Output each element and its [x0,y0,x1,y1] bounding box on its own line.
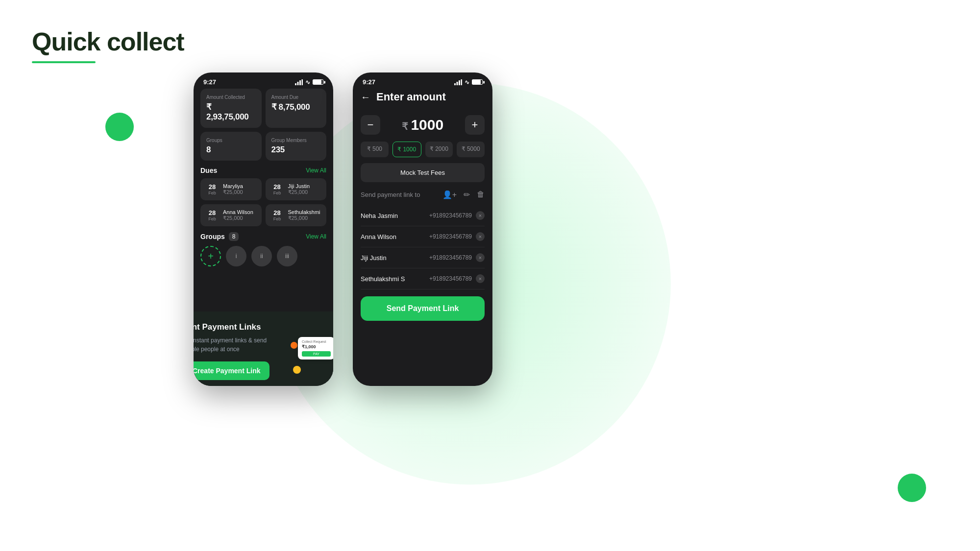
amount-chip-2000[interactable]: ₹ 2000 [425,142,453,157]
delete-icon[interactable]: 🗑 [477,190,485,199]
members-card: Group Members 235 [266,132,327,161]
due-card-2: 28 Feb Anna Wilson ₹25,000 [200,204,262,226]
date-month-0: Feb [205,191,219,195]
back-header: ← Enter amount [361,89,485,103]
svg-rect-7 [461,79,463,85]
due-amount-3: ₹25,000 [288,215,322,221]
send-payment-button[interactable]: Send Payment Link [361,296,485,321]
amount-input-row: − ₹ 1000 + [361,115,485,135]
amount-due-label: Amount Due [271,95,321,100]
contact-row-0: Neha Jasmin +918923456789 × [361,205,485,226]
contact-phone-row-2: +918923456789 × [429,253,485,262]
phone2-content: ← Enter amount − ₹ 1000 + ₹ 500 ₹ 1000 ₹… [353,89,492,321]
date-month-3: Feb [270,216,284,221]
amount-due-card: Amount Due ₹ 8,75,000 [266,89,327,128]
svg-rect-1 [297,82,299,85]
members-value: 235 [271,145,321,155]
enter-amount-title: Enter amount [376,91,446,103]
members-label: Group Members [271,138,321,143]
status-bar-phone1: 9:27 ∿ [194,72,333,89]
contact-row-2: Jiji Justin +918923456789 × [361,247,485,268]
back-arrow-icon[interactable]: ← [361,92,370,103]
payment-illustration: ➤ Collect Request ₹1,000 PAY [293,327,333,376]
edit-icon[interactable]: ✏ [464,190,470,199]
due-card-1: 28 Feb Jiji Justin ₹25,000 [266,178,327,200]
group-icon-ii[interactable]: ii [251,246,272,266]
contact-phone-row-3: +918923456789 × [429,274,485,283]
status-time-phone1: 9:27 [203,78,216,86]
group-icon-iii[interactable]: iii [277,246,297,266]
title-underline [32,61,96,63]
contact-phone-row-0: +918923456789 × [429,211,485,220]
remove-contact-2[interactable]: × [476,253,485,262]
send-to-label: Send payment link to [361,191,420,198]
due-info-3: Sethulakshmi ₹25,000 [288,209,322,221]
groups-view-all[interactable]: View All [306,233,326,240]
remove-contact-3[interactable]: × [476,274,485,283]
date-month-2: Feb [205,216,219,221]
due-name-1: Jiji Justin [288,183,322,189]
date-badge-2: 28 Feb [205,209,219,221]
minus-button[interactable]: − [361,115,380,135]
groups-members-row: Groups 8 Group Members 235 [200,132,326,161]
phone-enter-amount: 9:27 ∿ ← Enter amount [353,72,492,386]
add-group-icon[interactable]: + [200,246,221,266]
signal-icon-2 [454,79,462,85]
remove-contact-1[interactable]: × [476,232,485,241]
due-card-0: 28 Feb Maryliya ₹25,000 [200,178,262,200]
svg-rect-3 [302,79,303,85]
date-badge-0: 28 Feb [205,183,219,195]
contact-phone-2: +918923456789 [429,254,472,261]
contact-name-3: Sethulakshmi S [361,275,405,283]
contact-name-1: Anna Wilson [361,233,396,240]
group-icon-i[interactable]: i [226,246,246,266]
due-amount-0: ₹25,000 [223,189,257,195]
date-day-0: 28 [205,183,219,191]
amount-collected-card: Amount Collected ₹ 2,93,75,000 [200,89,262,128]
amount-value: 1000 [411,117,443,133]
create-payment-link-button[interactable]: 🔗 Create Payment Link [194,361,270,380]
dues-view-all[interactable]: View All [306,167,326,174]
contact-phone-row-1: +918923456789 × [429,232,485,241]
amount-display: ₹ 1000 [384,117,461,133]
decorative-dot-left [105,113,134,141]
page-title-section: Quick collect [32,27,184,63]
contact-row-3: Sethulakshmi S +918923456789 × [361,268,485,289]
amount-chip-5000[interactable]: ₹ 5000 [457,142,485,157]
status-icons-phone2: ∿ [454,79,483,86]
contact-row-1: Anna Wilson +918923456789 × [361,226,485,247]
page-title: Quick collect [32,27,184,56]
svg-rect-6 [459,80,460,85]
quick-amounts: ₹ 500 ₹ 1000 ₹ 2000 ₹ 5000 [361,142,485,157]
contact-list: Neha Jasmin +918923456789 × Anna Wilson … [361,205,485,289]
send-action-icons: 👤+ ✏ 🗑 [442,190,485,199]
due-amount-2: ₹25,000 [223,215,257,221]
signal-icon [295,79,303,85]
amount-collected-label: Amount Collected [206,95,256,100]
pay-btn-mini: PAY [302,351,331,357]
dues-section-header: Dues View All [200,167,326,174]
dues-grid: 28 Feb Maryliya ₹25,000 28 Feb Jiji Just… [200,178,326,226]
plus-button[interactable]: + [465,115,485,135]
date-day-2: 28 [205,209,219,216]
amount-collected-value: ₹ 2,93,75,000 [206,102,256,122]
svg-rect-4 [454,83,456,85]
amount-chip-1000[interactable]: ₹ 1000 [392,142,421,157]
due-name-2: Anna Wilson [223,209,257,215]
svg-rect-0 [295,83,296,85]
add-contact-icon[interactable]: 👤+ [442,190,457,199]
status-bar-phone2: 9:27 ∿ [353,72,492,89]
groups-card: Groups 8 [200,132,262,161]
svg-rect-5 [457,82,458,85]
amount-chip-500[interactable]: ₹ 500 [361,142,389,157]
groups-label: Groups [206,138,256,143]
remove-contact-0[interactable]: × [476,211,485,220]
groups-icons-row: + i ii iii [200,246,326,266]
create-link-label: Create Payment Link [194,367,261,375]
due-info-2: Anna Wilson ₹25,000 [223,209,257,221]
date-month-1: Feb [270,191,284,195]
phones-container: 9:27 ∿ Amount Collected [194,72,492,386]
amount-due-value: ₹ 8,75,000 [271,102,321,112]
contact-phone-1: +918923456789 [429,233,472,240]
battery-icon-2 [472,79,483,85]
